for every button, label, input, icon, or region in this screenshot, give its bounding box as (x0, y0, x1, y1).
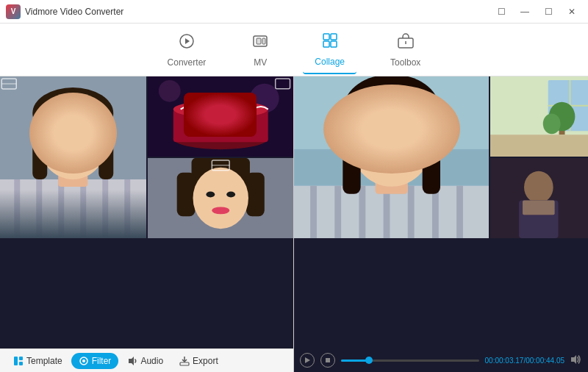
collage-cell-right-1[interactable] (294, 76, 489, 238)
svg-marker-90 (571, 355, 576, 364)
svg-rect-58 (294, 76, 489, 149)
svg-rect-15 (58, 179, 64, 238)
photo-dark (490, 158, 588, 238)
svg-rect-51 (19, 357, 23, 360)
svg-point-20 (37, 99, 108, 179)
title-bar-controls: ☐ — ☐ ✕ (491, 4, 582, 19)
collage-cell-1[interactable] (0, 76, 146, 238)
svg-rect-11 (0, 76, 146, 238)
svg-point-82 (543, 114, 561, 135)
svg-point-74 (388, 147, 395, 152)
svg-rect-71 (423, 121, 440, 193)
svg-marker-88 (305, 357, 310, 363)
tab-toolbox[interactable]: Toolbox (379, 26, 432, 74)
export-ctrl-button[interactable]: Export (172, 353, 226, 369)
svg-marker-55 (129, 357, 134, 365)
template-label: Template (26, 356, 62, 366)
play-button[interactable] (300, 353, 315, 368)
svg-point-69 (345, 76, 439, 140)
svg-point-21 (32, 87, 113, 139)
svg-rect-5 (323, 34, 329, 40)
left-panel: Template Filter Audio (0, 76, 294, 372)
minimize-button[interactable]: — (514, 4, 535, 19)
close-button[interactable]: ✕ (562, 4, 582, 19)
right-panel: 00:00:03.17/00:00:44.05 (294, 76, 588, 372)
maximize-button[interactable]: ☐ (538, 4, 559, 19)
svg-marker-1 (185, 38, 190, 44)
filter-button[interactable]: Filter (71, 353, 119, 369)
stop-button[interactable] (320, 353, 335, 368)
svg-point-24 (54, 133, 65, 140)
svg-point-36 (209, 96, 218, 105)
svg-rect-61 (334, 186, 341, 238)
svg-rect-62 (359, 186, 365, 238)
svg-point-47 (212, 207, 229, 214)
volume-icon[interactable] (570, 354, 582, 367)
svg-point-25 (81, 133, 91, 140)
svg-point-34 (173, 101, 268, 118)
mv-label: MV (254, 57, 267, 68)
export-ctrl-label: Export (193, 356, 218, 366)
svg-rect-70 (343, 121, 360, 193)
photo-girl-main-left (0, 76, 146, 238)
collage-cell-3[interactable] (148, 158, 294, 238)
svg-rect-4 (262, 38, 265, 44)
svg-point-46 (226, 192, 235, 198)
svg-point-45 (206, 192, 215, 198)
svg-point-85 (524, 171, 553, 204)
audio-button[interactable]: Audio (120, 353, 171, 369)
app-title: Vidmore Video Converter (25, 7, 123, 17)
toolbox-icon (397, 32, 415, 54)
main-content: Template Filter Audio (0, 76, 588, 372)
svg-rect-17 (102, 179, 108, 238)
svg-rect-42 (176, 173, 195, 217)
svg-rect-33 (173, 110, 268, 143)
video-preview-right (294, 76, 588, 348)
progress-dot (365, 357, 373, 364)
svg-point-72 (369, 134, 382, 142)
svg-rect-52 (19, 362, 23, 365)
message-button[interactable]: ☐ (491, 4, 512, 19)
svg-rect-8 (331, 41, 337, 47)
svg-rect-3 (257, 38, 261, 44)
svg-rect-87 (523, 200, 555, 215)
svg-point-37 (223, 96, 232, 105)
template-button[interactable]: Template (6, 353, 70, 369)
converter-icon (178, 32, 196, 54)
progress-bar[interactable] (341, 360, 479, 362)
svg-rect-14 (36, 179, 42, 238)
svg-rect-16 (80, 179, 86, 238)
svg-rect-66 (456, 186, 463, 238)
converter-label: Converter (168, 57, 207, 68)
tab-collage[interactable]: Collage (303, 26, 356, 74)
tab-mv[interactable]: MV (240, 26, 281, 74)
collage-grid-right (294, 76, 588, 238)
filter-label: Filter (92, 356, 112, 366)
collage-cell-right-3[interactable] (490, 158, 588, 238)
svg-rect-56 (180, 362, 189, 365)
photo-girl-right (294, 76, 489, 238)
collage-icon (321, 32, 339, 54)
svg-rect-60 (310, 186, 317, 238)
tab-converter[interactable]: Converter (156, 26, 218, 74)
svg-rect-13 (14, 179, 20, 238)
bottom-controls-right: 00:00:03.17/00:00:44.05 (294, 348, 588, 372)
app-logo: V (6, 4, 21, 19)
video-preview-left (0, 76, 293, 348)
svg-rect-22 (32, 121, 47, 179)
svg-rect-50 (14, 357, 18, 365)
svg-rect-7 (323, 41, 329, 47)
svg-point-35 (194, 100, 203, 109)
svg-point-73 (401, 134, 415, 142)
svg-rect-18 (124, 179, 130, 238)
svg-rect-83 (490, 135, 588, 157)
svg-rect-6 (331, 34, 337, 40)
collage-cell-2[interactable] (148, 76, 294, 157)
svg-point-38 (238, 100, 247, 109)
collage-cell-right-2[interactable] (490, 76, 588, 157)
svg-rect-23 (98, 121, 113, 179)
photo-cake (148, 76, 294, 157)
svg-point-54 (82, 360, 85, 362)
bottom-controls-left: Template Filter Audio (0, 348, 293, 372)
nav-tabs: Converter MV Collage (0, 24, 588, 76)
